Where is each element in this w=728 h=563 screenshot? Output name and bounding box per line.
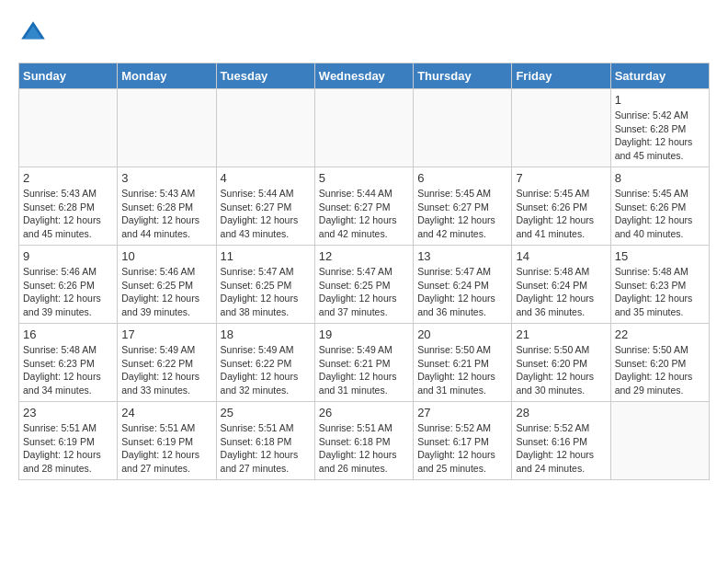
calendar-day-empty <box>118 89 216 167</box>
calendar-header-sunday: Sunday <box>19 63 118 89</box>
day-number: 9 <box>23 249 113 263</box>
calendar-day-22: 22Sunrise: 5:50 AM Sunset: 6:20 PM Dayli… <box>610 324 709 402</box>
day-number: 10 <box>121 249 211 263</box>
calendar-day-11: 11Sunrise: 5:47 AM Sunset: 6:25 PM Dayli… <box>216 246 314 324</box>
day-number: 14 <box>516 249 606 263</box>
day-number: 3 <box>121 171 211 185</box>
calendar-day-3: 3Sunrise: 5:43 AM Sunset: 6:28 PM Daylig… <box>118 167 216 246</box>
day-info: Sunrise: 5:51 AM Sunset: 6:18 PM Dayligh… <box>319 421 409 476</box>
calendar-day-28: 28Sunrise: 5:52 AM Sunset: 6:16 PM Dayli… <box>512 402 610 480</box>
calendar-day-2: 2Sunrise: 5:43 AM Sunset: 6:28 PM Daylig… <box>19 167 118 246</box>
day-info: Sunrise: 5:42 AM Sunset: 6:28 PM Dayligh… <box>615 109 705 163</box>
day-info: Sunrise: 5:47 AM Sunset: 6:25 PM Dayligh… <box>319 265 409 319</box>
day-number: 17 <box>121 327 211 341</box>
calendar-day-8: 8Sunrise: 5:45 AM Sunset: 6:26 PM Daylig… <box>610 167 709 246</box>
day-info: Sunrise: 5:52 AM Sunset: 6:16 PM Dayligh… <box>516 421 606 476</box>
calendar-day-21: 21Sunrise: 5:50 AM Sunset: 6:20 PM Dayli… <box>512 324 610 402</box>
calendar-week-0: 1Sunrise: 5:42 AM Sunset: 6:28 PM Daylig… <box>19 89 710 167</box>
day-info: Sunrise: 5:47 AM Sunset: 6:25 PM Dayligh… <box>221 265 311 319</box>
day-number: 27 <box>417 406 507 419</box>
calendar-day-empty <box>414 89 512 167</box>
day-info: Sunrise: 5:44 AM Sunset: 6:27 PM Dayligh… <box>319 187 409 241</box>
day-number: 8 <box>615 171 705 185</box>
calendar-week-3: 16Sunrise: 5:48 AM Sunset: 6:23 PM Dayli… <box>19 324 710 402</box>
day-number: 12 <box>319 249 409 263</box>
day-info: Sunrise: 5:52 AM Sunset: 6:17 PM Dayligh… <box>417 421 507 476</box>
calendar-day-20: 20Sunrise: 5:50 AM Sunset: 6:21 PM Dayli… <box>414 324 512 402</box>
calendar-day-27: 27Sunrise: 5:52 AM Sunset: 6:17 PM Dayli… <box>414 402 512 480</box>
calendar-day-empty <box>512 89 610 167</box>
calendar-day-12: 12Sunrise: 5:47 AM Sunset: 6:25 PM Dayli… <box>314 246 413 324</box>
day-info: Sunrise: 5:49 AM Sunset: 6:21 PM Dayligh… <box>319 343 409 397</box>
calendar-day-10: 10Sunrise: 5:46 AM Sunset: 6:25 PM Dayli… <box>118 246 216 324</box>
day-info: Sunrise: 5:51 AM Sunset: 6:19 PM Dayligh… <box>23 421 113 476</box>
day-info: Sunrise: 5:50 AM Sunset: 6:20 PM Dayligh… <box>615 343 705 397</box>
calendar-day-empty <box>314 89 413 167</box>
day-number: 1 <box>615 93 705 107</box>
calendar-day-empty <box>19 89 118 167</box>
day-number: 26 <box>319 406 409 419</box>
calendar-day-9: 9Sunrise: 5:46 AM Sunset: 6:26 PM Daylig… <box>19 246 118 324</box>
day-info: Sunrise: 5:50 AM Sunset: 6:21 PM Dayligh… <box>417 343 507 397</box>
day-info: Sunrise: 5:48 AM Sunset: 6:23 PM Dayligh… <box>23 343 113 397</box>
calendar-day-14: 14Sunrise: 5:48 AM Sunset: 6:24 PM Dayli… <box>512 246 610 324</box>
day-info: Sunrise: 5:48 AM Sunset: 6:23 PM Dayligh… <box>615 265 705 319</box>
calendar-day-26: 26Sunrise: 5:51 AM Sunset: 6:18 PM Dayli… <box>314 402 413 480</box>
calendar-day-1: 1Sunrise: 5:42 AM Sunset: 6:28 PM Daylig… <box>610 89 709 167</box>
calendar-day-15: 15Sunrise: 5:48 AM Sunset: 6:23 PM Dayli… <box>610 246 709 324</box>
calendar-day-7: 7Sunrise: 5:45 AM Sunset: 6:26 PM Daylig… <box>512 167 610 246</box>
day-info: Sunrise: 5:46 AM Sunset: 6:26 PM Dayligh… <box>23 265 113 319</box>
day-info: Sunrise: 5:47 AM Sunset: 6:24 PM Dayligh… <box>417 265 507 319</box>
day-info: Sunrise: 5:45 AM Sunset: 6:26 PM Dayligh… <box>615 187 705 241</box>
day-info: Sunrise: 5:44 AM Sunset: 6:27 PM Dayligh… <box>221 187 311 241</box>
calendar-week-1: 2Sunrise: 5:43 AM Sunset: 6:28 PM Daylig… <box>19 167 710 246</box>
day-info: Sunrise: 5:45 AM Sunset: 6:26 PM Dayligh… <box>516 187 606 241</box>
calendar-day-25: 25Sunrise: 5:51 AM Sunset: 6:18 PM Dayli… <box>216 402 314 480</box>
day-info: Sunrise: 5:49 AM Sunset: 6:22 PM Dayligh… <box>221 343 311 397</box>
day-number: 19 <box>319 327 409 341</box>
day-info: Sunrise: 5:50 AM Sunset: 6:20 PM Dayligh… <box>516 343 606 397</box>
day-number: 6 <box>417 171 507 185</box>
day-number: 7 <box>516 171 606 185</box>
day-number: 2 <box>23 171 113 185</box>
calendar-header-wednesday: Wednesday <box>314 63 413 89</box>
day-info: Sunrise: 5:49 AM Sunset: 6:22 PM Dayligh… <box>121 343 211 397</box>
calendar-day-empty <box>216 89 314 167</box>
page-header <box>18 18 710 48</box>
calendar-day-5: 5Sunrise: 5:44 AM Sunset: 6:27 PM Daylig… <box>314 167 413 246</box>
day-number: 23 <box>23 406 113 419</box>
calendar-day-16: 16Sunrise: 5:48 AM Sunset: 6:23 PM Dayli… <box>19 324 118 402</box>
day-info: Sunrise: 5:51 AM Sunset: 6:18 PM Dayligh… <box>221 421 311 476</box>
calendar-header-thursday: Thursday <box>414 63 512 89</box>
calendar-day-24: 24Sunrise: 5:51 AM Sunset: 6:19 PM Dayli… <box>118 402 216 480</box>
calendar-day-23: 23Sunrise: 5:51 AM Sunset: 6:19 PM Dayli… <box>19 402 118 480</box>
logo <box>18 18 51 48</box>
calendar-day-13: 13Sunrise: 5:47 AM Sunset: 6:24 PM Dayli… <box>414 246 512 324</box>
day-info: Sunrise: 5:43 AM Sunset: 6:28 PM Dayligh… <box>23 187 113 241</box>
day-info: Sunrise: 5:48 AM Sunset: 6:24 PM Dayligh… <box>516 265 606 319</box>
day-number: 11 <box>221 249 311 263</box>
day-number: 15 <box>615 249 705 263</box>
calendar-header-row: SundayMondayTuesdayWednesdayThursdayFrid… <box>19 63 710 89</box>
day-info: Sunrise: 5:46 AM Sunset: 6:25 PM Dayligh… <box>121 265 211 319</box>
day-number: 4 <box>221 171 311 185</box>
day-number: 28 <box>516 406 606 419</box>
calendar-header-saturday: Saturday <box>610 63 709 89</box>
day-info: Sunrise: 5:45 AM Sunset: 6:27 PM Dayligh… <box>417 187 507 241</box>
day-number: 20 <box>417 327 507 341</box>
day-number: 13 <box>417 249 507 263</box>
logo-icon <box>18 18 48 48</box>
day-number: 25 <box>221 406 311 419</box>
calendar-week-2: 9Sunrise: 5:46 AM Sunset: 6:26 PM Daylig… <box>19 246 710 324</box>
calendar-header-friday: Friday <box>512 63 610 89</box>
calendar-day-19: 19Sunrise: 5:49 AM Sunset: 6:21 PM Dayli… <box>314 324 413 402</box>
calendar-day-6: 6Sunrise: 5:45 AM Sunset: 6:27 PM Daylig… <box>414 167 512 246</box>
day-number: 21 <box>516 327 606 341</box>
day-number: 24 <box>121 406 211 419</box>
day-number: 16 <box>23 327 113 341</box>
day-number: 22 <box>615 327 705 341</box>
day-number: 5 <box>319 171 409 185</box>
calendar-table: SundayMondayTuesdayWednesdayThursdayFrid… <box>18 63 710 480</box>
calendar-day-17: 17Sunrise: 5:49 AM Sunset: 6:22 PM Dayli… <box>118 324 216 402</box>
calendar-day-4: 4Sunrise: 5:44 AM Sunset: 6:27 PM Daylig… <box>216 167 314 246</box>
